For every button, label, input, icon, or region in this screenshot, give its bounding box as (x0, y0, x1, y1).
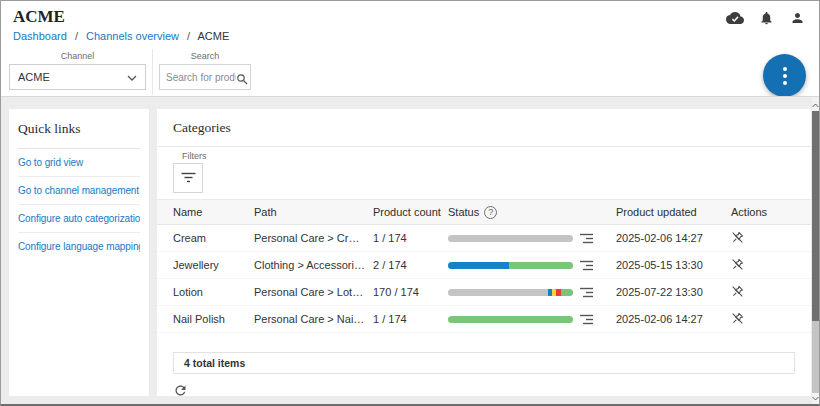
table-row[interactable]: Cream Personal Care > Cream 1 / 174 2025… (157, 225, 811, 252)
kebab-menu-icon (783, 67, 787, 85)
product-updated: 2025-02-06 14:27 (616, 232, 731, 244)
col-path[interactable]: Path (254, 206, 373, 218)
product-count: 170 / 174 (373, 286, 448, 298)
status-details-icon[interactable] (580, 287, 593, 298)
product-updated: 2025-02-06 14:27 (616, 313, 731, 325)
category-name: Lotion (173, 286, 254, 298)
product-count: 1 / 174 (373, 232, 448, 244)
status-bar (448, 262, 573, 269)
status-cell (448, 260, 616, 271)
unpin-icon[interactable] (731, 258, 744, 271)
filters-section: Filters (157, 147, 811, 193)
status-bar (448, 235, 573, 242)
page-header: ACME Dashboard / Channels overview / ACM… (1, 1, 819, 96)
table-row[interactable]: Jewellery Clothing > Accessories... 2 / … (157, 252, 811, 279)
status-bar (448, 316, 573, 323)
filter-icon (181, 171, 196, 186)
status-bar (448, 289, 573, 296)
app-window: ACME Dashboard / Channels overview / ACM… (0, 0, 820, 406)
channel-selected-value: ACME (18, 71, 127, 83)
quick-link[interactable]: Go to channel management (18, 177, 140, 205)
status-help-icon[interactable]: ? (484, 206, 497, 219)
quick-links-list: Go to grid view Go to channel management… (18, 149, 140, 260)
breadcrumb-separator: / (187, 30, 190, 42)
quick-link[interactable]: Configure language mappings (18, 233, 140, 260)
user-account-icon[interactable] (788, 10, 806, 26)
status-cell (448, 287, 616, 298)
quick-links-title: Quick links (18, 121, 140, 149)
category-path: Clothing > Accessories... (254, 259, 373, 271)
quick-link[interactable]: Go to grid view (18, 149, 140, 177)
vertical-scrollbar[interactable] (812, 97, 819, 406)
quick-links-panel: Quick links Go to grid view Go to channe… (9, 109, 149, 396)
breadcrumb-current: ACME (198, 30, 230, 42)
scrollbar-thumb[interactable] (812, 111, 819, 321)
breadcrumb-dashboard[interactable]: Dashboard (13, 30, 67, 42)
category-name: Cream (173, 232, 254, 244)
table-row[interactable]: Lotion Personal Care > Lotion 170 / 174 … (157, 279, 811, 306)
search-icon (236, 71, 248, 89)
filters-button[interactable] (173, 163, 203, 193)
scrollbar-track[interactable] (812, 321, 819, 393)
scrollbar-up-icon[interactable] (812, 99, 819, 111)
refresh-button[interactable] (173, 383, 188, 401)
unpin-icon[interactable] (731, 312, 744, 325)
status-cell (448, 233, 616, 244)
breadcrumb-channels-overview[interactable]: Channels overview (86, 30, 179, 42)
categories-title: Categories (157, 109, 811, 147)
unpin-icon[interactable] (731, 285, 744, 298)
header-icons (726, 10, 806, 26)
status-details-icon[interactable] (580, 233, 593, 244)
status-details-icon[interactable] (580, 314, 593, 325)
page-title: ACME (13, 7, 65, 27)
channel-selector-group: Channel ACME (9, 51, 146, 90)
search-group: Search (159, 51, 251, 90)
col-product-count[interactable]: Product count (373, 206, 448, 218)
search-label: Search (159, 51, 251, 61)
filters-label: Filters (173, 151, 795, 161)
scrollbar-down-icon[interactable] (812, 392, 819, 404)
category-path: Personal Care > Nail P... (254, 313, 373, 325)
breadcrumb-separator: / (75, 30, 78, 42)
product-updated: 2025-05-15 13:30 (616, 259, 731, 271)
channel-select[interactable]: ACME (9, 64, 146, 90)
product-count: 2 / 174 (373, 259, 448, 271)
unpin-icon[interactable] (731, 231, 744, 244)
col-product-updated[interactable]: Product updated (616, 206, 731, 218)
product-count: 1 / 174 (373, 313, 448, 325)
channel-label: Channel (9, 51, 146, 61)
category-name: Nail Polish (173, 313, 254, 325)
quick-link[interactable]: Configure auto categorization (18, 205, 140, 233)
notifications-bell-icon[interactable] (757, 10, 775, 26)
chevron-down-icon (127, 71, 137, 83)
total-items-bar: 4 total items (173, 352, 795, 374)
status-cell (448, 314, 616, 325)
refresh-icon (173, 386, 188, 401)
col-actions: Actions (731, 206, 795, 218)
cloud-sync-icon[interactable] (726, 10, 744, 26)
categories-panel: Categories Filters Name Path Product cou… (157, 109, 811, 396)
breadcrumb: Dashboard / Channels overview / ACME (13, 30, 229, 42)
content-area: Quick links Go to grid view Go to channe… (1, 96, 819, 406)
header-divider (152, 49, 153, 95)
table-row[interactable]: Nail Polish Personal Care > Nail P... 1 … (157, 306, 811, 333)
category-path: Personal Care > Lotion (254, 286, 373, 298)
status-details-icon[interactable] (580, 260, 593, 271)
category-name: Jewellery (173, 259, 254, 271)
product-updated: 2025-07-22 13:30 (616, 286, 731, 298)
more-options-fab[interactable] (763, 54, 806, 97)
col-status[interactable]: Status (448, 206, 479, 218)
col-name[interactable]: Name (173, 206, 254, 218)
table-header: Name Path Product count Status ? Product… (157, 199, 811, 225)
category-path: Personal Care > Cream (254, 232, 373, 244)
table-body: Cream Personal Care > Cream 1 / 174 2025… (157, 225, 811, 333)
